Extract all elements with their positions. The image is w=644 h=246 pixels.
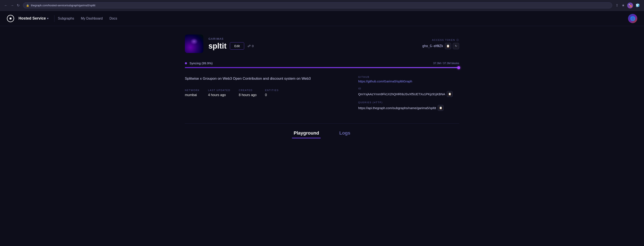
bookmark-browser-button[interactable]: ★ [621,2,626,8]
browser-chrome: ← → ↻ 🔒 thegraph.com/hosted-service/subg… [0,0,644,11]
share-button[interactable]: ⇧ [615,2,619,8]
bookmark-count: 0 [252,44,254,48]
tab-playground[interactable]: Playground [292,128,321,138]
last-updated-value: 4 hours ago [208,93,230,97]
network-value: mumbai [185,93,200,97]
queries-label: QUERIES (HTTP) [358,101,459,104]
svg-point-1 [10,18,12,20]
nav-subgraphs[interactable]: Subgraphs [58,15,74,22]
hosted-service-dropdown[interactable]: Hosted Service ▾ [16,14,51,22]
queries-value-row: https://api.thegraph.com/subgraphs/name/… [358,105,459,111]
created-value: 8 hours ago [239,93,256,97]
metadata-created: CREATED 8 hours ago [239,89,256,97]
copy-queries-button[interactable]: 📋 [438,105,444,111]
access-token-area: ACCESS TOKEN ⓘ gho_G-eHNZk 📋 ↻ [422,38,459,49]
bookmark-icon: ☍ [248,44,251,48]
logo-icon [7,15,14,22]
thumbnail-image [185,34,204,53]
tabs-row: Playground Logs [185,128,459,138]
browser-actions: ⇧ ★ 🍗 🧊 [615,2,641,8]
sync-row: Syncing (99.9%) 37.3M / 37.3M blocks [185,62,459,65]
extensions-button[interactable]: 🧊 [635,2,641,8]
nav-divider [54,15,54,22]
bookmark-button[interactable]: ☍ 0 [248,44,254,48]
app-header: Hosted Service ▾ Subgraphs My Dashboard … [0,11,644,26]
id-label: ID [358,87,459,90]
queries-url: https://api.thegraph.com/subgraphs/name/… [358,106,436,110]
refresh-button[interactable]: ↻ [16,2,20,8]
metadata-entities: ENTITIES 0 [265,89,279,97]
logo-area [7,15,14,22]
network-label: NETWORK [185,89,200,92]
entities-value: 0 [265,93,279,97]
subgraph-header: GARIMA5 spltit Edit ☍ 0 ACCESS TOKEN ⓘ g… [185,34,459,53]
subgraph-thumbnail [185,34,204,53]
subgraph-name: spltit [208,42,226,50]
back-button[interactable]: ← [3,3,8,8]
last-updated-label: LAST UPDATED [208,89,230,92]
queries-section: QUERIES (HTTP) https://api.thegraph.com/… [358,101,459,111]
content-row: Splitwise x Groupon on Web3 Open Contrib… [185,76,459,115]
hosted-service-label: Hosted Service [18,16,46,20]
browser-user-avatar: 🍗 [627,2,633,8]
nav-docs[interactable]: Docs [110,15,117,22]
nav-my-dashboard[interactable]: My Dashboard [81,15,103,22]
subgraph-name-row: spltit Edit ☍ 0 [208,42,417,50]
id-section: ID QmYxjAAzYmm9Fk1X2hQHRhbJSvXf5UETXu1PK… [358,87,459,97]
chevron-down-icon: ▾ [47,17,48,20]
copy-access-token-button[interactable]: 📋 [445,43,451,49]
nav-links: Subgraphs My Dashboard Docs [58,15,117,22]
sync-section: Syncing (99.9%) 37.3M / 37.3M blocks [185,62,459,68]
subgraph-description: Splitwise x Groupon on Web3 Open Contrib… [185,76,346,81]
github-label: GITHUB [358,76,459,78]
lock-icon: 🔒 [26,4,29,7]
id-value: QmYxjAAzYmm9Fk1X2hQHRhbJSvXf5UETXu1PKjz9… [358,92,445,96]
github-section: GITHUB https://github.com/Garima5/spltit… [358,76,459,83]
user-avatar[interactable]: 🌐 [628,14,637,23]
main-content: GARIMA5 spltit Edit ☍ 0 ACCESS TOKEN ⓘ g… [175,26,469,147]
subgraph-info: GARIMA5 spltit Edit ☍ 0 [208,37,417,50]
tabs-section: Playground Logs [185,124,459,138]
access-token-value: gho_G-eHNZk [422,44,443,48]
access-token-value-row: gho_G-eHNZk 📋 ↻ [422,43,459,49]
github-url[interactable]: https://github.com/Garima5/spltitGraph [358,80,412,83]
metadata-last-updated: LAST UPDATED 4 hours ago [208,89,230,97]
tab-logs[interactable]: Logs [338,128,352,138]
url-text: thegraph.com/hosted-service/subgraph/gar… [31,4,95,7]
entities-label: ENTITIES [265,89,279,92]
progress-bar-container [185,67,459,68]
progress-bar-fill [185,67,459,68]
right-content: GITHUB https://github.com/Garima5/spltit… [358,76,459,115]
metadata-network: NETWORK mumbai [185,89,200,97]
id-value-row: QmYxjAAzYmm9Fk1X2hQHRhbJSvXf5UETXu1PKjz9… [358,91,459,97]
sync-label: Syncing (99.9%) [190,62,213,65]
progress-dot [457,66,460,69]
owner-name: GARIMA5 [208,37,417,40]
blocks-label: 37.3M / 37.3M blocks [433,62,459,65]
access-token-label: ACCESS TOKEN ⓘ [422,38,459,42]
created-label: CREATED [239,89,256,92]
left-content: Splitwise x Groupon on Web3 Open Contrib… [185,76,346,115]
info-icon: ⓘ [456,38,459,42]
copy-id-button[interactable]: 📋 [447,91,452,97]
refresh-access-token-button[interactable]: ↻ [453,43,459,49]
sync-dot [185,62,187,64]
address-bar[interactable]: 🔒 thegraph.com/hosted-service/subgraph/g… [23,2,612,8]
browser-nav-buttons: ← → ↻ [3,2,20,8]
edit-button[interactable]: Edit [230,42,244,50]
forward-button[interactable]: → [10,3,15,8]
metadata-row: NETWORK mumbai LAST UPDATED 4 hours ago … [185,89,346,97]
